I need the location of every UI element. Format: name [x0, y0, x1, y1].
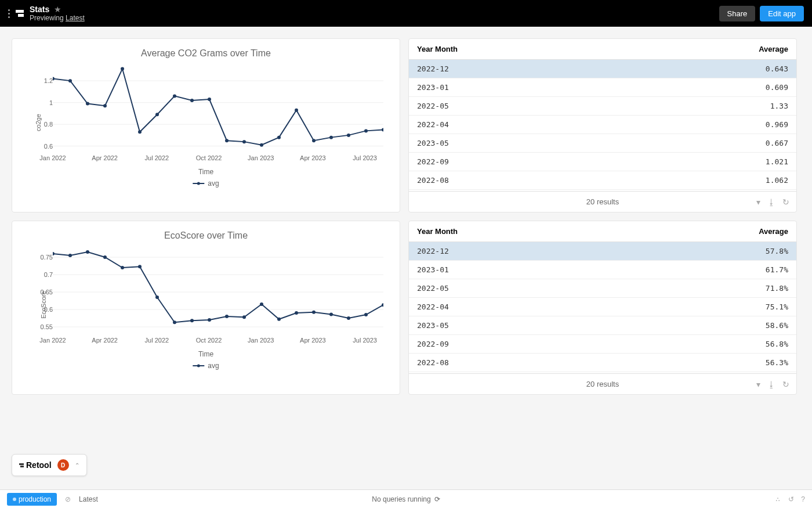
svg-point-23 [382, 128, 383, 132]
svg-point-29 [53, 252, 55, 255]
chart-svg[interactable] [53, 247, 383, 334]
refresh-icon[interactable]: ⟳ [434, 495, 440, 503]
cell-average: 0.667 [766, 139, 788, 147]
svg-point-35 [155, 296, 159, 299]
cell-year-month: 2022-04 [417, 302, 449, 311]
svg-point-45 [329, 312, 333, 316]
cell-year-month: 2022-09 [417, 157, 449, 166]
table-body[interactable]: 2022-1257.8%2023-0161.7%2022-0571.8%2022… [409, 242, 796, 373]
filter-icon[interactable]: ▾ [756, 380, 760, 389]
y-tick-label: 0.6 [44, 306, 53, 313]
table-row[interactable]: 2022-120.643 [409, 60, 796, 78]
table-row[interactable]: 2022-040.969 [409, 116, 796, 134]
edit-app-button[interactable]: Edit app [760, 6, 804, 21]
page-title: Stats [30, 5, 49, 14]
svg-point-16 [260, 143, 263, 147]
download-icon[interactable]: ⭳ [767, 197, 775, 207]
table-row[interactable]: 2023-050.667 [409, 134, 796, 153]
col-header-average[interactable]: Average [759, 227, 788, 236]
svg-point-11 [173, 94, 176, 98]
table-body[interactable]: 2022-120.6432023-010.6092022-051.332022-… [409, 60, 796, 191]
cell-average: 0.969 [766, 120, 788, 129]
cell-year-month: 2023-05 [417, 321, 449, 330]
cell-average: 61.7% [766, 265, 788, 274]
table-row[interactable]: 2022-051.33 [409, 97, 796, 116]
version-label[interactable]: Latest [79, 495, 98, 503]
cell-average: 71.8% [766, 284, 788, 293]
cell-year-month: 2022-08 [417, 358, 449, 367]
svg-point-36 [173, 320, 176, 324]
x-tick-label: Jan 2023 [248, 337, 274, 344]
cell-year-month: 2022-05 [417, 284, 449, 293]
svg-point-46 [347, 316, 350, 320]
star-icon[interactable]: ★ [54, 5, 61, 14]
table-row[interactable]: 2022-0571.8% [409, 279, 796, 298]
filter-icon[interactable]: ▾ [756, 197, 760, 207]
table-row[interactable]: 2023-0558.6% [409, 316, 796, 335]
x-tick-label: Oct 2022 [196, 337, 222, 344]
chart-title: Average CO2 Grams over Time [24, 48, 388, 59]
x-tick-label: Jan 2022 [39, 337, 66, 344]
refresh-icon[interactable]: ↻ [782, 197, 789, 207]
table-row[interactable]: 2022-0475.1% [409, 298, 796, 316]
chevron-up-icon[interactable]: ⌃ [75, 462, 79, 469]
x-ticks: Jan 2022Apr 2022Jul 2022Oct 2022Jan 2023… [53, 337, 382, 348]
share-button[interactable]: Share [719, 6, 756, 21]
svg-point-19 [312, 139, 316, 142]
cell-average: 0.609 [766, 83, 788, 92]
retool-floating-panel[interactable]: Retool D ⌃ [12, 454, 87, 476]
menu-icon[interactable] [8, 9, 10, 18]
svg-point-34 [138, 265, 142, 268]
chart-title: EcoScore over Time [24, 230, 388, 241]
table-row[interactable]: 2022-1257.8% [409, 242, 796, 261]
download-icon[interactable]: ⭳ [767, 380, 775, 389]
svg-point-6 [86, 102, 89, 106]
cell-average: 1.33 [770, 102, 788, 110]
cell-average: 56.8% [766, 340, 788, 348]
svg-point-13 [208, 98, 211, 101]
history-icon[interactable]: ↺ [788, 495, 794, 503]
cell-average: 75.1% [766, 302, 788, 311]
y-ticks: 0.550.60.650.70.75 [35, 247, 53, 334]
col-header-average[interactable]: Average [759, 45, 788, 53]
cell-average: 0.643 [766, 64, 788, 73]
svg-point-31 [86, 250, 89, 254]
debug-icon[interactable]: ⛬ [774, 495, 781, 503]
app-header: Stats ★ Previewing Latest Share Edit app [0, 0, 812, 27]
table-header: Year Month Average [409, 221, 796, 242]
svg-point-15 [242, 140, 246, 143]
cell-year-month: 2023-01 [417, 83, 449, 92]
svg-point-5 [68, 79, 72, 82]
help-icon[interactable]: ? [801, 495, 805, 503]
x-tick-label: Jul 2023 [353, 154, 377, 161]
cell-year-month: 2022-08 [417, 176, 449, 185]
table-row[interactable]: 2022-081.062 [409, 171, 796, 190]
table-row[interactable]: 2022-0956.8% [409, 335, 796, 354]
y-ticks: 0.60.811.2 [35, 64, 53, 152]
svg-point-22 [364, 129, 368, 132]
table-row[interactable]: 2023-010.609 [409, 78, 796, 97]
chart-svg[interactable] [53, 64, 383, 152]
version-link[interactable]: Latest [66, 14, 85, 22]
cell-year-month: 2022-05 [417, 102, 449, 110]
co2-table-panel: Year Month Average 2022-120.6432023-010.… [408, 38, 797, 212]
cell-average: 1.062 [766, 176, 788, 185]
y-tick-label: 0.75 [41, 254, 53, 261]
cell-average: 58.6% [766, 321, 788, 330]
x-tick-label: Jan 2022 [39, 154, 66, 161]
environment-badge[interactable]: production [7, 493, 57, 506]
svg-point-44 [312, 311, 316, 314]
refresh-icon[interactable]: ↻ [782, 380, 789, 389]
col-header-year-month[interactable]: Year Month [417, 45, 458, 53]
table-row[interactable]: 2022-091.021 [409, 153, 796, 171]
cell-year-month: 2023-05 [417, 139, 449, 147]
x-tick-label: Jul 2022 [145, 154, 169, 161]
avatar[interactable]: D [57, 459, 69, 471]
chart-legend: avg [193, 179, 219, 188]
svg-point-38 [208, 318, 211, 322]
table-row[interactable]: 2023-0161.7% [409, 261, 796, 279]
col-header-year-month[interactable]: Year Month [417, 227, 458, 236]
table-row[interactable]: 2022-0856.3% [409, 354, 796, 372]
x-axis-label: Time [198, 350, 213, 358]
results-count: 20 results [586, 197, 619, 206]
